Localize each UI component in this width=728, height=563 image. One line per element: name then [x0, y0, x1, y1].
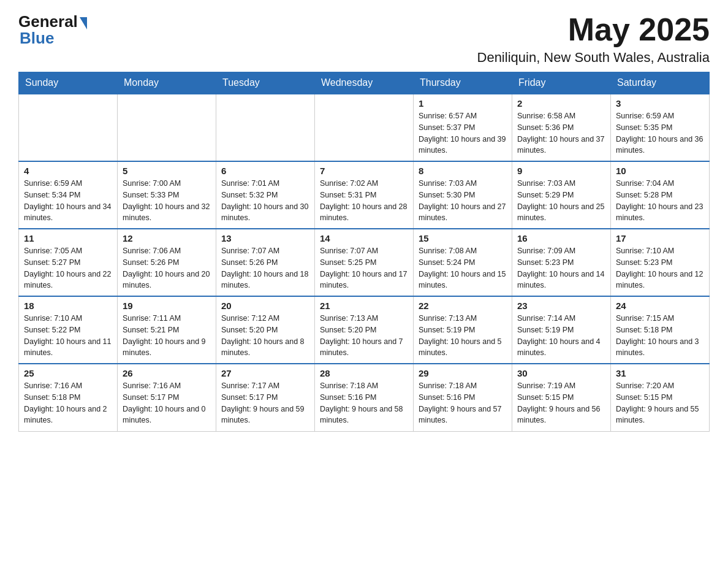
day-info: Sunrise: 7:20 AM Sunset: 5:15 PM Dayligh… — [616, 380, 704, 426]
day-number: 7 — [320, 166, 408, 176]
month-year-title: May 2025 — [477, 12, 710, 47]
day-info: Sunrise: 7:11 AM Sunset: 5:21 PM Dayligh… — [123, 313, 211, 359]
calendar-week-row: 11Sunrise: 7:05 AM Sunset: 5:27 PM Dayli… — [19, 229, 710, 296]
day-info: Sunrise: 6:57 AM Sunset: 5:37 PM Dayligh… — [419, 110, 507, 156]
day-info: Sunrise: 7:04 AM Sunset: 5:28 PM Dayligh… — [616, 178, 704, 224]
day-info: Sunrise: 7:03 AM Sunset: 5:30 PM Dayligh… — [419, 178, 507, 224]
calendar-day-header: Saturday — [611, 72, 710, 94]
calendar-day-cell: 10Sunrise: 7:04 AM Sunset: 5:28 PM Dayli… — [611, 161, 710, 229]
day-number: 24 — [616, 301, 704, 311]
calendar-day-cell: 27Sunrise: 7:17 AM Sunset: 5:17 PM Dayli… — [216, 364, 315, 431]
calendar-day-cell: 28Sunrise: 7:18 AM Sunset: 5:16 PM Dayli… — [315, 364, 414, 431]
day-info: Sunrise: 7:12 AM Sunset: 5:20 PM Dayligh… — [221, 313, 309, 359]
day-info: Sunrise: 6:58 AM Sunset: 5:36 PM Dayligh… — [517, 110, 605, 156]
day-number: 14 — [320, 233, 408, 243]
day-info: Sunrise: 7:19 AM Sunset: 5:15 PM Dayligh… — [517, 380, 605, 426]
day-number: 9 — [517, 166, 605, 176]
day-info: Sunrise: 7:07 AM Sunset: 5:26 PM Dayligh… — [221, 245, 309, 291]
day-number: 3 — [616, 98, 704, 109]
calendar-day-cell: 7Sunrise: 7:02 AM Sunset: 5:31 PM Daylig… — [315, 161, 414, 229]
day-number: 17 — [616, 233, 704, 243]
logo: General Blue — [18, 12, 87, 48]
day-info: Sunrise: 7:00 AM Sunset: 5:33 PM Dayligh… — [123, 178, 211, 224]
calendar-day-cell: 25Sunrise: 7:16 AM Sunset: 5:18 PM Dayli… — [19, 364, 118, 431]
calendar-day-header: Thursday — [414, 72, 512, 94]
day-number: 13 — [221, 233, 309, 243]
day-number: 1 — [419, 98, 507, 109]
page-header: General Blue May 2025 Deniliquin, New So… — [18, 12, 710, 66]
day-number: 30 — [517, 368, 605, 378]
day-number: 25 — [24, 368, 112, 378]
calendar-day-cell: 9Sunrise: 7:03 AM Sunset: 5:29 PM Daylig… — [512, 161, 611, 229]
calendar-day-cell: 22Sunrise: 7:13 AM Sunset: 5:19 PM Dayli… — [414, 296, 512, 364]
day-number: 31 — [616, 368, 704, 378]
day-number: 4 — [24, 166, 112, 176]
day-info: Sunrise: 7:01 AM Sunset: 5:32 PM Dayligh… — [221, 178, 309, 224]
day-info: Sunrise: 7:17 AM Sunset: 5:17 PM Dayligh… — [221, 380, 309, 426]
calendar-day-header: Monday — [118, 72, 216, 94]
day-info: Sunrise: 7:06 AM Sunset: 5:26 PM Dayligh… — [123, 245, 211, 291]
day-info: Sunrise: 7:13 AM Sunset: 5:19 PM Dayligh… — [419, 313, 507, 359]
calendar-day-cell — [118, 94, 216, 161]
title-block: May 2025 Deniliquin, New South Wales, Au… — [477, 12, 710, 66]
day-info: Sunrise: 7:02 AM Sunset: 5:31 PM Dayligh… — [320, 178, 408, 224]
calendar-day-cell: 24Sunrise: 7:15 AM Sunset: 5:18 PM Dayli… — [611, 296, 710, 364]
day-number: 6 — [221, 166, 309, 176]
calendar-week-row: 18Sunrise: 7:10 AM Sunset: 5:22 PM Dayli… — [19, 296, 710, 364]
day-info: Sunrise: 7:05 AM Sunset: 5:27 PM Dayligh… — [24, 245, 112, 291]
calendar-day-header: Tuesday — [216, 72, 315, 94]
day-info: Sunrise: 7:08 AM Sunset: 5:24 PM Dayligh… — [419, 245, 507, 291]
location-subtitle: Deniliquin, New South Wales, Australia — [477, 50, 710, 66]
day-number: 28 — [320, 368, 408, 378]
calendar-day-cell: 20Sunrise: 7:12 AM Sunset: 5:20 PM Dayli… — [216, 296, 315, 364]
calendar-day-cell: 1Sunrise: 6:57 AM Sunset: 5:37 PM Daylig… — [414, 94, 512, 161]
day-info: Sunrise: 7:10 AM Sunset: 5:23 PM Dayligh… — [616, 245, 704, 291]
day-info: Sunrise: 7:09 AM Sunset: 5:23 PM Dayligh… — [517, 245, 605, 291]
day-number: 23 — [517, 301, 605, 311]
day-number: 20 — [221, 301, 309, 311]
calendar-day-cell: 5Sunrise: 7:00 AM Sunset: 5:33 PM Daylig… — [118, 161, 216, 229]
calendar-day-cell: 3Sunrise: 6:59 AM Sunset: 5:35 PM Daylig… — [611, 94, 710, 161]
day-info: Sunrise: 7:10 AM Sunset: 5:22 PM Dayligh… — [24, 313, 112, 359]
calendar-day-cell: 14Sunrise: 7:07 AM Sunset: 5:25 PM Dayli… — [315, 229, 414, 296]
calendar-day-cell: 12Sunrise: 7:06 AM Sunset: 5:26 PM Dayli… — [118, 229, 216, 296]
day-number: 16 — [517, 233, 605, 243]
day-info: Sunrise: 7:07 AM Sunset: 5:25 PM Dayligh… — [320, 245, 408, 291]
day-number: 26 — [123, 368, 211, 378]
day-info: Sunrise: 7:13 AM Sunset: 5:20 PM Dayligh… — [320, 313, 408, 359]
day-info: Sunrise: 7:15 AM Sunset: 5:18 PM Dayligh… — [616, 313, 704, 359]
day-number: 12 — [123, 233, 211, 243]
day-number: 18 — [24, 301, 112, 311]
calendar-table: SundayMondayTuesdayWednesdayThursdayFrid… — [18, 72, 710, 432]
calendar-day-cell: 26Sunrise: 7:16 AM Sunset: 5:17 PM Dayli… — [118, 364, 216, 431]
day-info: Sunrise: 6:59 AM Sunset: 5:35 PM Dayligh… — [616, 110, 704, 156]
calendar-day-header: Wednesday — [315, 72, 414, 94]
calendar-day-cell: 17Sunrise: 7:10 AM Sunset: 5:23 PM Dayli… — [611, 229, 710, 296]
calendar-day-cell — [216, 94, 315, 161]
calendar-week-row: 1Sunrise: 6:57 AM Sunset: 5:37 PM Daylig… — [19, 94, 710, 161]
calendar-day-cell: 13Sunrise: 7:07 AM Sunset: 5:26 PM Dayli… — [216, 229, 315, 296]
day-number: 15 — [419, 233, 507, 243]
calendar-day-cell: 4Sunrise: 6:59 AM Sunset: 5:34 PM Daylig… — [19, 161, 118, 229]
day-number: 27 — [221, 368, 309, 378]
calendar-day-cell: 30Sunrise: 7:19 AM Sunset: 5:15 PM Dayli… — [512, 364, 611, 431]
calendar-day-cell: 23Sunrise: 7:14 AM Sunset: 5:19 PM Dayli… — [512, 296, 611, 364]
day-info: Sunrise: 7:16 AM Sunset: 5:17 PM Dayligh… — [123, 380, 211, 426]
day-number: 21 — [320, 301, 408, 311]
day-info: Sunrise: 7:18 AM Sunset: 5:16 PM Dayligh… — [419, 380, 507, 426]
calendar-header-row: SundayMondayTuesdayWednesdayThursdayFrid… — [19, 72, 710, 94]
day-number: 29 — [419, 368, 507, 378]
logo-blue-text: Blue — [20, 29, 54, 48]
day-info: Sunrise: 7:16 AM Sunset: 5:18 PM Dayligh… — [24, 380, 112, 426]
calendar-day-cell: 16Sunrise: 7:09 AM Sunset: 5:23 PM Dayli… — [512, 229, 611, 296]
calendar-day-cell: 8Sunrise: 7:03 AM Sunset: 5:30 PM Daylig… — [414, 161, 512, 229]
day-number: 22 — [419, 301, 507, 311]
day-number: 10 — [616, 166, 704, 176]
day-number: 5 — [123, 166, 211, 176]
logo-triangle-icon — [80, 17, 87, 29]
calendar-day-cell: 11Sunrise: 7:05 AM Sunset: 5:27 PM Dayli… — [19, 229, 118, 296]
calendar-day-header: Friday — [512, 72, 611, 94]
day-info: Sunrise: 7:14 AM Sunset: 5:19 PM Dayligh… — [517, 313, 605, 359]
day-number: 11 — [24, 233, 112, 243]
day-info: Sunrise: 7:03 AM Sunset: 5:29 PM Dayligh… — [517, 178, 605, 224]
